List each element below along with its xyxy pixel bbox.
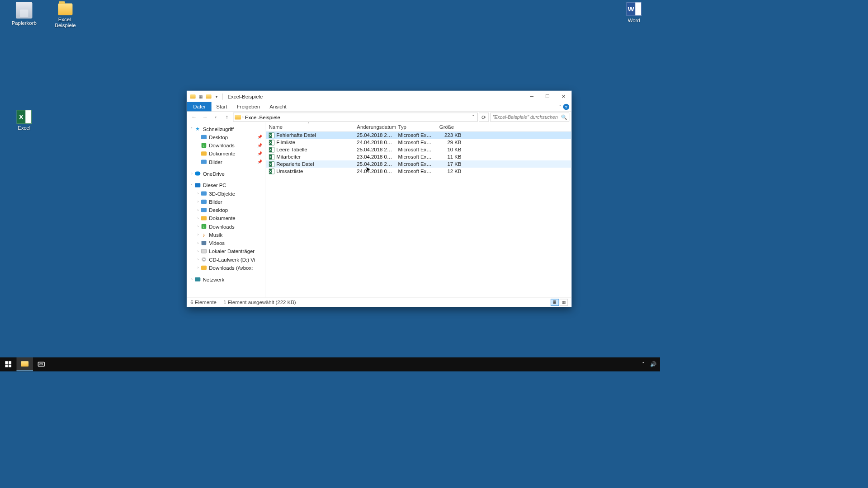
navigation-pane: ˅ ★ Schnellzugriff Desktop📌Downloads📌Dok… xyxy=(187,122,266,297)
chevron-right-icon[interactable]: › xyxy=(242,115,244,119)
folder-icon xyxy=(201,160,207,164)
expand-icon[interactable]: › xyxy=(195,225,201,229)
nav-back-button[interactable]: ← xyxy=(189,113,198,121)
excel-file-icon xyxy=(269,140,274,145)
nav-pc-item[interactable]: ›Lokaler Datenträger xyxy=(187,247,266,255)
file-row[interactable]: Filmliste24.04.2018 03:17Microsoft Excel… xyxy=(266,139,571,146)
desktop-icon-excel[interactable]: Excel xyxy=(7,110,41,131)
pin-icon[interactable]: 📌 xyxy=(257,151,264,156)
desktop-icon-recycle-bin[interactable]: Papierkorb xyxy=(7,2,41,26)
pin-icon[interactable]: 📌 xyxy=(257,135,264,140)
qat-folder-icon[interactable] xyxy=(189,93,197,100)
expand-icon[interactable]: › xyxy=(195,258,201,262)
col-size[interactable]: Größe xyxy=(437,124,464,130)
nav-quick-item[interactable]: Desktop📌 xyxy=(187,133,266,141)
ribbon-expand-button[interactable]: ˅ xyxy=(559,105,561,108)
taskbar: ˄ 🔊 xyxy=(0,357,660,371)
expand-icon[interactable]: › xyxy=(195,216,201,220)
desktop-icon-folder[interactable]: Excel-Beispiele xyxy=(48,4,82,28)
view-details-button[interactable]: ≣ xyxy=(551,299,559,305)
tab-file[interactable]: Datei xyxy=(187,102,212,112)
excel-file-icon xyxy=(269,147,274,152)
expand-icon[interactable]: › xyxy=(195,233,201,237)
view-large-icons-button[interactable]: ▦ xyxy=(560,299,568,305)
nav-pc-item[interactable]: ›Downloads (\\vbox: xyxy=(187,263,266,272)
nav-pc-item[interactable]: ›Videos xyxy=(187,239,266,247)
window-title: Excel-Beispiele xyxy=(227,94,263,99)
nav-onedrive[interactable]: › OneDrive xyxy=(187,169,266,178)
breadcrumb-segment[interactable]: Excel-Beispiele xyxy=(245,114,280,120)
file-row[interactable]: Mitarbeiter23.04.2018 00:05Microsoft Exc… xyxy=(266,153,571,160)
col-date[interactable]: Änderungsdatum xyxy=(354,124,395,130)
breadcrumb-dropdown-button[interactable]: ˅ xyxy=(471,114,476,120)
tray-volume-icon[interactable]: 🔊 xyxy=(648,361,658,367)
nav-quick-item[interactable]: Dokumente📌 xyxy=(187,150,266,158)
label: CD-Laufwerk (D:) Vi xyxy=(209,257,255,263)
tab-start[interactable]: Start xyxy=(212,102,232,112)
qat-properties-button[interactable]: ▦ xyxy=(197,93,205,100)
col-type[interactable]: Typ xyxy=(395,124,436,130)
expand-icon[interactable]: › xyxy=(189,171,194,175)
nav-network[interactable]: › Netzwerk xyxy=(187,275,266,283)
taskbar-task-view[interactable] xyxy=(33,357,49,371)
nav-recent-button[interactable]: ▾ xyxy=(211,113,221,121)
qat-customize-button[interactable]: ▾ xyxy=(213,93,221,100)
col-name[interactable]: Name xyxy=(266,124,354,130)
file-row[interactable]: Leere Tabelle25.04.2018 22:30Microsoft E… xyxy=(266,146,571,153)
nav-pc-item[interactable]: ›3D-Objekte xyxy=(187,189,266,197)
taskbar-file-explorer[interactable] xyxy=(16,357,33,371)
nav-quick-item[interactable]: Downloads📌 xyxy=(187,141,266,150)
nav-quick-item[interactable]: Bilder📌 xyxy=(187,158,266,166)
file-row[interactable]: Umsatzliste24.04.2018 03:00Microsoft Exc… xyxy=(266,168,571,175)
label: Downloads xyxy=(209,224,234,230)
label: Downloads (\\vbox: xyxy=(209,265,253,271)
expand-icon[interactable]: › xyxy=(195,266,201,270)
minimize-button[interactable]: ─ xyxy=(524,91,540,102)
label: Schnellzugriff xyxy=(203,126,234,132)
pin-icon[interactable]: 📌 xyxy=(257,143,264,148)
nav-pc-item[interactable]: ›♪Musik xyxy=(187,230,266,239)
drive-icon xyxy=(202,241,207,245)
nav-pc-item[interactable]: ›Dokumente xyxy=(187,214,266,222)
titlebar[interactable]: ▦ ▾ Excel-Beispiele ─ ☐ ✕ xyxy=(187,91,571,102)
refresh-button[interactable]: ⟳ xyxy=(479,113,489,122)
nav-pc-item[interactable]: ›Bilder xyxy=(187,197,266,206)
help-button[interactable]: ? xyxy=(563,103,570,110)
expand-icon[interactable]: › xyxy=(195,200,201,204)
nav-up-button[interactable]: ↑ xyxy=(222,113,231,121)
search-icon[interactable]: 🔍 xyxy=(561,114,567,120)
file-type: Microsoft Excel-Ar... xyxy=(395,154,436,160)
start-button[interactable] xyxy=(0,357,16,371)
expand-icon[interactable]: › xyxy=(195,192,201,196)
desktop-icon-word[interactable]: Word xyxy=(617,2,651,23)
tray-overflow-button[interactable]: ˄ xyxy=(639,361,648,367)
nav-pc-item[interactable]: ›CD-Laufwerk (D:) Vi xyxy=(187,255,266,263)
file-row[interactable]: Reparierte Datei25.04.2018 22:42Microsof… xyxy=(266,160,571,168)
expand-icon[interactable]: › xyxy=(195,241,201,245)
folder-icon xyxy=(202,143,207,148)
tab-view[interactable]: Ansicht xyxy=(265,102,292,112)
nav-forward-button[interactable]: → xyxy=(200,113,210,121)
maximize-button[interactable]: ☐ xyxy=(540,91,556,102)
close-button[interactable]: ✕ xyxy=(556,91,571,102)
pin-icon[interactable]: 📌 xyxy=(257,160,264,164)
nav-quick-access[interactable]: ˅ ★ Schnellzugriff xyxy=(187,125,266,133)
nav-pc-item[interactable]: ›Desktop xyxy=(187,206,266,214)
expand-icon[interactable]: › xyxy=(195,249,201,253)
nav-this-pc[interactable]: ˅ Dieser PC xyxy=(187,181,266,189)
expand-icon[interactable]: › xyxy=(189,277,194,282)
file-list: Name ˄ Änderungsdatum Typ Größe Fehlerha… xyxy=(266,122,571,297)
qat-new-folder-button[interactable] xyxy=(205,93,212,100)
nav-pc-item[interactable]: ›Downloads xyxy=(187,222,266,230)
file-date: 23.04.2018 00:05 xyxy=(354,154,395,160)
collapse-icon[interactable]: ˅ xyxy=(189,127,194,131)
search-input[interactable] xyxy=(493,114,559,120)
expand-icon[interactable]: › xyxy=(195,208,201,212)
file-row[interactable]: Fehlerhafte Datei25.04.2018 21:47Microso… xyxy=(266,131,571,139)
tab-share[interactable]: Freigeben xyxy=(232,102,265,112)
file-type: Microsoft Excel-Ar... xyxy=(395,132,436,138)
collapse-icon[interactable]: ˅ xyxy=(189,183,194,188)
breadcrumb-bar[interactable]: › Excel-Beispiele ˅ xyxy=(233,113,478,122)
search-box[interactable]: 🔍 xyxy=(490,113,569,122)
star-icon: ★ xyxy=(195,126,200,131)
